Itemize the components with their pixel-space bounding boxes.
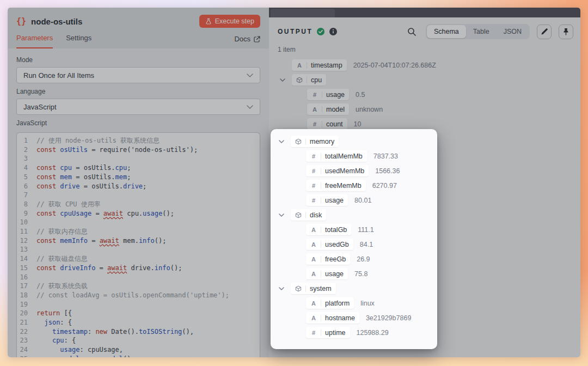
schema-key-pill[interactable]: system bbox=[291, 283, 336, 294]
line-number: 16 bbox=[17, 273, 36, 282]
line-number: 5 bbox=[17, 173, 36, 182]
code-line: 5const mem = osUtils.mem; bbox=[17, 173, 260, 182]
schema-row-platform[interactable]: Aplatformlinux bbox=[271, 296, 437, 310]
object-type-icon bbox=[295, 212, 302, 218]
code-line: 8// 获取 CPU 使用率 bbox=[17, 200, 260, 209]
schema-value: 3e21929b7869 bbox=[366, 314, 411, 322]
schema-key-pill[interactable]: Amodel bbox=[307, 103, 349, 115]
string-type-icon: A bbox=[311, 106, 318, 113]
schema-key-pill[interactable]: #uptime bbox=[306, 327, 350, 338]
schema-row-usage[interactable]: #usage0.5 bbox=[269, 87, 580, 102]
code-line: 9const cpuUsage = await cpu.usage(); bbox=[17, 209, 260, 218]
string-type-icon: A bbox=[310, 315, 317, 321]
schema-row-usage[interactable]: #usage80.01 bbox=[271, 193, 437, 208]
schema-key-pill[interactable]: Atimestamp bbox=[292, 59, 347, 71]
schema-row-model[interactable]: Amodelunknown bbox=[269, 102, 580, 117]
language-label: Language bbox=[16, 88, 260, 95]
schema-row-totalGb[interactable]: AtotalGb111.1 bbox=[271, 222, 437, 237]
schema-key-label: memory bbox=[310, 138, 334, 145]
mode-select[interactable]: Run Once for All Items bbox=[16, 67, 260, 83]
schema-key-pill[interactable]: Aplatform bbox=[306, 297, 354, 309]
code-editor[interactable]: 1// 使用 node-os-utils 获取系统信息2const osUtil… bbox=[16, 132, 260, 357]
schema-key-pill[interactable]: Ausage bbox=[306, 268, 348, 279]
schema-key-pill[interactable]: AusedGb bbox=[306, 239, 353, 250]
string-type-icon: A bbox=[310, 300, 317, 307]
schema-key-label: usage bbox=[326, 91, 345, 99]
schema-row-system[interactable]: system bbox=[271, 281, 437, 296]
line-number: 6 bbox=[17, 182, 36, 191]
code-line: 12const memInfo = await mem.info(); bbox=[17, 236, 260, 246]
line-number: 11 bbox=[17, 227, 36, 236]
code-line: 19 bbox=[17, 300, 260, 309]
line-number: 4 bbox=[17, 163, 36, 173]
docs-link[interactable]: Docs bbox=[234, 35, 260, 48]
line-number: 23 bbox=[17, 336, 36, 345]
view-json[interactable]: JSON bbox=[497, 25, 529, 38]
code-editor-label: JavaScript bbox=[16, 119, 260, 127]
schema-row-timestamp[interactable]: Atimestamp2025-07-04T10:07:26.686Z bbox=[269, 58, 580, 72]
chevron-down-icon bbox=[247, 105, 253, 109]
schema-key-pill[interactable]: AtotalGb bbox=[306, 224, 351, 235]
tab-settings[interactable]: Settings bbox=[66, 34, 91, 48]
execute-step-button[interactable]: Execute step bbox=[199, 15, 260, 28]
chevron-down-icon[interactable] bbox=[280, 78, 292, 82]
schema-row-disk[interactable]: disk bbox=[271, 208, 437, 222]
schema-value: 80.01 bbox=[354, 197, 371, 204]
schema-key-label: hostname bbox=[325, 314, 355, 322]
schema-row-cpu[interactable]: cpu bbox=[269, 72, 580, 87]
schema-key-pill[interactable]: #freeMemMb bbox=[306, 180, 366, 191]
schema-row-usage[interactable]: Ausage75.8 bbox=[271, 266, 437, 281]
number-type-icon: # bbox=[310, 168, 317, 174]
line-number: 13 bbox=[17, 245, 36, 254]
schema-key-pill[interactable]: cpu bbox=[292, 74, 326, 86]
pin-data-button[interactable] bbox=[559, 25, 573, 39]
schema-value: 6270.97 bbox=[372, 182, 397, 190]
tab-parameters[interactable]: Parameters bbox=[16, 34, 53, 48]
info-icon[interactable] bbox=[329, 27, 338, 36]
node-title[interactable]: node-os-utils bbox=[31, 17, 82, 26]
node-header: {} node-os-utils Execute step Parameters… bbox=[8, 8, 269, 48]
edit-output-button[interactable] bbox=[537, 25, 552, 39]
chevron-down-icon[interactable] bbox=[279, 140, 291, 143]
code-line: 21 json: { bbox=[17, 318, 260, 327]
schema-row-uptime[interactable]: #uptime125988.29 bbox=[271, 325, 437, 340]
schema-key-pill[interactable]: AfreeGb bbox=[306, 253, 350, 265]
schema-row-freeGb[interactable]: AfreeGb26.9 bbox=[271, 252, 437, 266]
code-line: 11// 获取内存信息 bbox=[17, 227, 260, 236]
schema-key-pill[interactable]: #usage bbox=[307, 89, 349, 100]
schema-key-label: totalMemMb bbox=[325, 152, 363, 160]
language-select[interactable]: JavaScript bbox=[16, 99, 260, 115]
schema-row-usedMemMb[interactable]: #usedMemMb1566.36 bbox=[271, 163, 437, 178]
settings-tabs: Parameters Settings Docs bbox=[16, 34, 260, 48]
schema-row-totalMemMb[interactable]: #totalMemMb7837.33 bbox=[271, 149, 437, 163]
code-line: 7 bbox=[17, 191, 260, 200]
schema-row-hostname[interactable]: Ahostname3e21929b7869 bbox=[271, 310, 437, 325]
line-number: 3 bbox=[17, 154, 36, 163]
schema-key-label: usedMemMb bbox=[325, 167, 364, 175]
schema-row-freeMemMb[interactable]: #freeMemMb6270.97 bbox=[271, 178, 437, 193]
schema-value: 75.8 bbox=[354, 270, 367, 278]
view-schema[interactable]: Schema bbox=[427, 25, 466, 38]
line-number: 12 bbox=[17, 236, 36, 246]
search-icon[interactable] bbox=[407, 27, 416, 36]
chevron-down-icon[interactable] bbox=[279, 213, 291, 217]
schema-key-label: uptime bbox=[325, 329, 346, 337]
schema-key-pill[interactable]: disk bbox=[291, 209, 326, 221]
number-type-icon: # bbox=[310, 197, 317, 204]
schema-key-pill[interactable]: Ahostname bbox=[306, 312, 359, 324]
view-table[interactable]: Table bbox=[466, 25, 497, 38]
schema-key-pill[interactable]: #usage bbox=[306, 194, 348, 206]
schema-key-pill[interactable]: #totalMemMb bbox=[306, 150, 367, 162]
schema-value: 10 bbox=[354, 120, 362, 128]
string-type-icon: A bbox=[310, 271, 317, 277]
schema-key-pill[interactable]: #usedMemMb bbox=[306, 165, 369, 176]
code-line: 1// 使用 node-os-utils 获取系统信息 bbox=[17, 136, 260, 145]
chevron-down-icon[interactable] bbox=[279, 287, 291, 290]
code-node-icon: {} bbox=[16, 16, 26, 26]
schema-key-pill[interactable]: #count bbox=[307, 118, 347, 130]
number-type-icon: # bbox=[311, 91, 318, 98]
code-line: 13 bbox=[17, 245, 260, 254]
schema-row-usedGb[interactable]: AusedGb84.1 bbox=[271, 237, 437, 252]
schema-row-memory[interactable]: memory bbox=[271, 134, 437, 149]
schema-key-pill[interactable]: memory bbox=[291, 136, 339, 147]
